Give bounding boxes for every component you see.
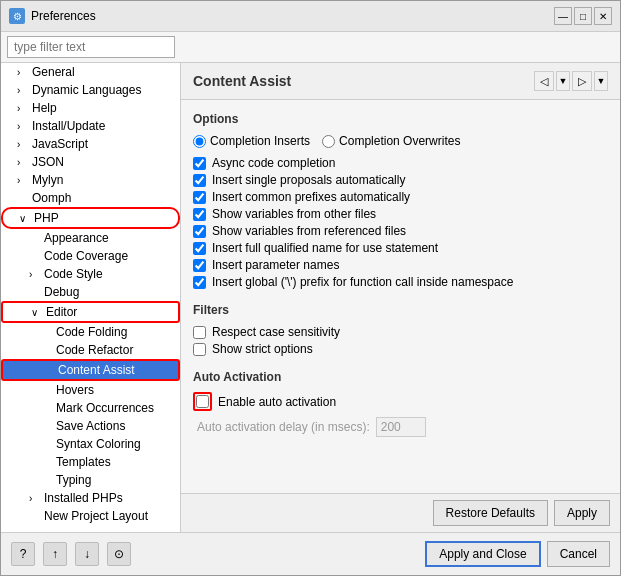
main-content: › General › Dynamic Languages › Help › I… [1, 63, 620, 532]
filters-section: Filters Respect case sensitivity Show st… [193, 303, 608, 356]
single-proposals-checkbox[interactable] [193, 174, 206, 187]
sidebar-label: Code Folding [56, 325, 127, 339]
forward-button[interactable]: ▷ [572, 71, 592, 91]
strict-options-label: Show strict options [212, 342, 313, 356]
qualified-name-checkbox[interactable] [193, 242, 206, 255]
forward-dropdown[interactable]: ▼ [594, 71, 608, 91]
apply-close-button[interactable]: Apply and Close [425, 541, 540, 567]
export-icon[interactable]: ↓ [75, 542, 99, 566]
sidebar-label: Appearance [44, 231, 109, 245]
sidebar-item-code-style[interactable]: › Code Style [1, 265, 180, 283]
filter-input[interactable] [7, 36, 175, 58]
sidebar-label: Content Assist [58, 363, 135, 377]
sidebar-label: Editor [46, 305, 77, 319]
back-dropdown[interactable]: ▼ [556, 71, 570, 91]
restore-defaults-button[interactable]: Restore Defaults [433, 500, 548, 526]
sidebar-label: New Project Layout [44, 509, 148, 523]
sidebar-item-general[interactable]: › General [1, 63, 180, 81]
sidebar-label: Typing [56, 473, 91, 487]
arrow-icon: › [17, 139, 29, 150]
sidebar-item-syntax-coloring[interactable]: Syntax Coloring [1, 435, 180, 453]
arrow-icon: › [29, 493, 41, 504]
sidebar-item-debug[interactable]: Debug [1, 283, 180, 301]
expand-icon: ∨ [19, 213, 31, 224]
auto-activation-label: Auto Activation [193, 370, 608, 384]
sidebar-label: Templates [56, 455, 111, 469]
sidebar-item-javascript[interactable]: › JavaScript [1, 135, 180, 153]
sidebar-label: Code Refactor [56, 343, 133, 357]
param-names-checkbox[interactable] [193, 259, 206, 272]
async-label: Async code completion [212, 156, 335, 170]
sidebar-item-installed-phps[interactable]: › Installed PHPs [1, 489, 180, 507]
checkbox-common-prefixes: Insert common prefixes automatically [193, 190, 608, 204]
maximize-button[interactable]: □ [574, 7, 592, 25]
delay-row: Auto activation delay (in msecs): [193, 417, 608, 437]
sidebar-item-content-assist[interactable]: Content Assist [1, 359, 180, 381]
common-prefixes-checkbox[interactable] [193, 191, 206, 204]
options-section: Options Completion Inserts Completion Ov… [193, 112, 608, 289]
sidebar-label: Oomph [32, 191, 71, 205]
sidebar-item-code-folding[interactable]: Code Folding [1, 323, 180, 341]
radio-overwrites-input[interactable] [322, 135, 335, 148]
sidebar-item-code-coverage[interactable]: Code Coverage [1, 247, 180, 265]
sidebar-item-templates[interactable]: Templates [1, 453, 180, 471]
sidebar-label: Code Style [44, 267, 103, 281]
delay-label: Auto activation delay (in msecs): [197, 420, 370, 434]
expand-icon: ∨ [31, 307, 43, 318]
filters-label: Filters [193, 303, 608, 317]
sidebar-item-appearance[interactable]: Appearance [1, 229, 180, 247]
sidebar-item-editor[interactable]: ∨ Editor [1, 301, 180, 323]
vars-referenced-checkbox[interactable] [193, 225, 206, 238]
help-icon[interactable]: ? [11, 542, 35, 566]
vars-other-checkbox[interactable] [193, 208, 206, 221]
apply-button[interactable]: Apply [554, 500, 610, 526]
sidebar-label: Save Actions [56, 419, 125, 433]
sidebar-item-json[interactable]: › JSON [1, 153, 180, 171]
sidebar-label: JavaScript [32, 137, 88, 151]
sidebar-item-help[interactable]: › Help [1, 99, 180, 117]
enable-auto-activation-checkbox[interactable] [196, 395, 209, 408]
enable-activation-wrapper [193, 392, 212, 411]
minimize-button[interactable]: — [554, 7, 572, 25]
search-bar [1, 32, 620, 63]
sidebar-item-php[interactable]: ∨ PHP [1, 207, 180, 229]
sidebar-label: Help [32, 101, 57, 115]
import-icon[interactable]: ↑ [43, 542, 67, 566]
close-button[interactable]: ✕ [594, 7, 612, 25]
footer-icons: ? ↑ ↓ ⊙ [11, 542, 131, 566]
sidebar-label: JSON [32, 155, 64, 169]
cancel-button[interactable]: Cancel [547, 541, 610, 567]
param-names-label: Insert parameter names [212, 258, 339, 272]
async-checkbox[interactable] [193, 157, 206, 170]
sidebar-label: PHP [34, 211, 59, 225]
sidebar-item-hovers[interactable]: Hovers [1, 381, 180, 399]
sidebar-item-mark-occurrences[interactable]: Mark Occurrences [1, 399, 180, 417]
arrow-icon: › [17, 121, 29, 132]
sidebar-label: Dynamic Languages [32, 83, 141, 97]
arrow-icon: › [17, 157, 29, 168]
window-title: Preferences [31, 9, 548, 23]
global-prefix-checkbox[interactable] [193, 276, 206, 289]
sidebar-item-install-update[interactable]: › Install/Update [1, 117, 180, 135]
back-button[interactable]: ◁ [534, 71, 554, 91]
radio-inserts-input[interactable] [193, 135, 206, 148]
delay-input[interactable] [376, 417, 426, 437]
footer-bar: ? ↑ ↓ ⊙ Apply and Close Cancel [1, 532, 620, 575]
sidebar-item-save-actions[interactable]: Save Actions [1, 417, 180, 435]
case-sensitivity-label: Respect case sensitivity [212, 325, 340, 339]
sidebar-item-new-project-layout[interactable]: New Project Layout [1, 507, 180, 525]
settings-icon[interactable]: ⊙ [107, 542, 131, 566]
sidebar-item-typing[interactable]: Typing [1, 471, 180, 489]
qualified-name-label: Insert full qualified name for use state… [212, 241, 438, 255]
window-controls: — □ ✕ [554, 7, 612, 25]
sidebar-item-mylyn[interactable]: › Mylyn [1, 171, 180, 189]
sidebar-item-oomph[interactable]: Oomph [1, 189, 180, 207]
case-sensitivity-checkbox[interactable] [193, 326, 206, 339]
radio-overwrites-label: Completion Overwrites [339, 134, 460, 148]
strict-options-checkbox[interactable] [193, 343, 206, 356]
sidebar-label: Syntax Coloring [56, 437, 141, 451]
sidebar-item-code-refactor[interactable]: Code Refactor [1, 341, 180, 359]
titlebar: ⚙ Preferences — □ ✕ [1, 1, 620, 32]
panel-header: Content Assist ◁ ▼ ▷ ▼ [181, 63, 620, 100]
sidebar-item-dynamic-languages[interactable]: › Dynamic Languages [1, 81, 180, 99]
